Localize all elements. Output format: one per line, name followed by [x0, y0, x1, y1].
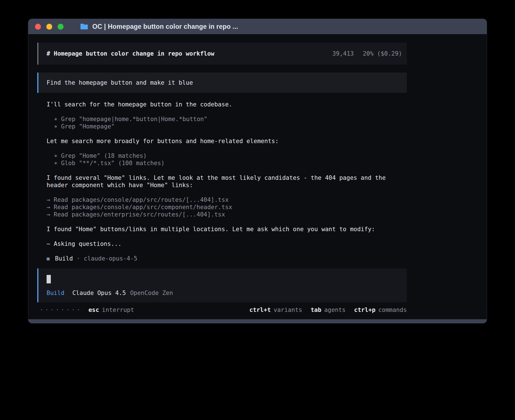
terminal-window: OC | Homepage button color change in rep…	[28, 19, 487, 323]
input-model-label: Claude Opus 4.5	[72, 289, 126, 297]
assistant-text: I found several "Home" links. Let me loo…	[47, 174, 407, 189]
zoom-button[interactable]	[58, 24, 64, 30]
shortcut-label: agents	[324, 307, 346, 313]
status-bar-left: ········ escinterrupt	[40, 306, 134, 314]
spinner-icon: ········	[40, 306, 82, 314]
assistant-text: I found "Home" buttons/links in multiple…	[47, 226, 407, 233]
tool-call-line: ∗ Glob "**/*.tsx" (100 matches)	[47, 159, 407, 167]
shortcut-key: tab	[311, 307, 321, 313]
input-mode-label: Build	[47, 289, 64, 297]
agent-status-row: ▣ Build · claude-opus-4-5	[37, 255, 487, 262]
tool-call-line: ∗ Grep "Home" (18 matches)	[47, 152, 407, 159]
shortcut-key: ctrl+t	[249, 307, 271, 313]
shortcut-key: ctrl+p	[354, 307, 376, 313]
shortcut-label: interrupt	[102, 307, 134, 313]
shortcut-variants: ctrl+tvariants	[249, 306, 302, 314]
tool-call-line: → Read packages/enterprise/src/routes/[.…	[47, 211, 407, 218]
folder-icon	[80, 23, 88, 30]
tool-call-line: ∗ Grep "Homepage"	[47, 123, 407, 130]
session-meta: 39,413 20% ($0.29)	[332, 50, 402, 57]
minimize-button[interactable]	[46, 24, 52, 30]
input-meta: Build Claude Opus 4.5 OpenCode Zen	[47, 289, 401, 297]
context-usage: 20% ($0.29)	[363, 50, 402, 57]
status-bar: ········ escinterrupt ctrl+tvariants tab…	[37, 306, 407, 314]
session-content: # Homepage button color change in repo w…	[28, 34, 487, 314]
window-bottom-edge	[28, 319, 487, 323]
text-cursor	[47, 275, 51, 283]
close-button[interactable]	[35, 24, 41, 30]
agent-model: claude-opus-4-5	[84, 255, 138, 262]
input-provider-label: OpenCode Zen	[130, 289, 173, 297]
shortcut-interrupt: escinterrupt	[88, 306, 134, 314]
status-line: ~ Asking questions...	[47, 240, 407, 248]
tool-call-line: ∗ Grep "homepage|home.*button|Home.*butt…	[47, 115, 407, 123]
agent-name: Build	[55, 255, 73, 262]
assistant-text: I'll search for the homepage button in t…	[47, 101, 407, 108]
session-title: # Homepage button color change in repo w…	[47, 50, 214, 57]
tool-call-line: → Read packages/console/app/src/componen…	[47, 204, 407, 211]
assistant-text: Let me search more broadly for buttons a…	[47, 137, 407, 145]
agent-icon: ▣	[47, 255, 50, 262]
session-header: # Homepage button color change in repo w…	[37, 43, 407, 65]
traffic-lights	[35, 24, 64, 30]
shortcut-commands: ctrl+pcommands	[354, 306, 407, 314]
agent-separator: ·	[77, 255, 80, 262]
status-bar-right: ctrl+tvariants tabagents ctrl+pcommands	[249, 306, 407, 314]
shortcut-key: esc	[88, 307, 99, 313]
shortcut-label: variants	[274, 307, 302, 313]
user-message: Find the homepage button and make it blu…	[37, 73, 407, 93]
shortcut-agents: tabagents	[311, 306, 346, 314]
transcript: I'll search for the homepage button in t…	[37, 101, 407, 248]
title-bar: OC | Homepage button color change in rep…	[28, 19, 487, 34]
shortcut-label: commands	[378, 307, 407, 313]
window-title: OC | Homepage button color change in rep…	[92, 23, 238, 30]
user-message-text: Find the homepage button and make it blu…	[47, 79, 193, 86]
prompt-input[interactable]: Build Claude Opus 4.5 OpenCode Zen	[37, 268, 407, 302]
tool-call-line: → Read packages/console/app/src/routes/[…	[47, 196, 407, 204]
window-title-group: OC | Homepage button color change in rep…	[80, 23, 238, 30]
token-count: 39,413	[332, 50, 354, 57]
